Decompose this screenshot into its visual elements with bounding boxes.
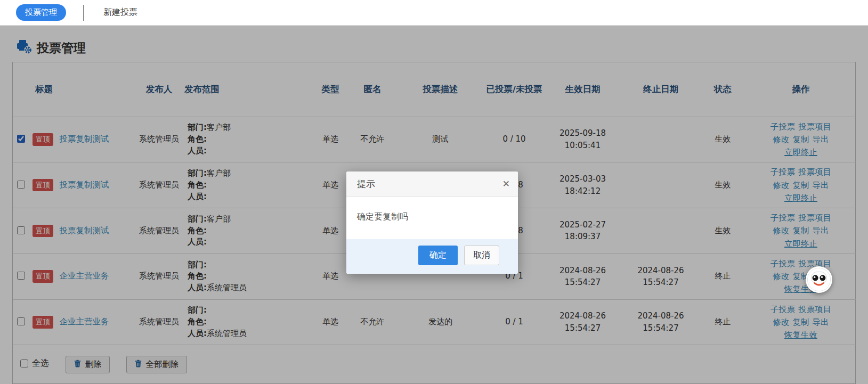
dialog-footer: 确定 取消 [346, 239, 518, 274]
tab-vote-management[interactable]: 投票管理 [16, 4, 66, 21]
tab-new-vote[interactable]: 新建投票 [103, 7, 137, 18]
confirm-copy-dialog: 提示 ✕ 确定要复制吗 确定 取消 [346, 171, 518, 274]
robot-face-icon [807, 267, 831, 292]
dialog-header: 提示 ✕ [346, 171, 518, 197]
confirm-button[interactable]: 确定 [418, 246, 458, 265]
dialog-message: 确定要复制吗 [346, 197, 518, 239]
assistant-robot-button[interactable] [806, 266, 832, 293]
tab-separator [83, 5, 84, 21]
dialog-title: 提示 [357, 178, 375, 190]
top-tab-bar: 投票管理 新建投票 [0, 0, 868, 26]
close-icon[interactable]: ✕ [502, 179, 510, 189]
cancel-button[interactable]: 取消 [464, 246, 499, 265]
